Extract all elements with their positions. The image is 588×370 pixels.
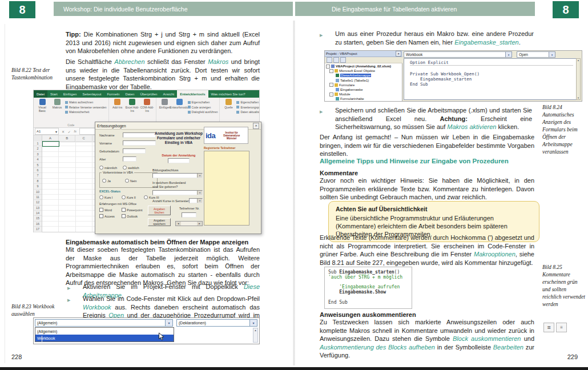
vba-tree-item-diese-arbeitsmappe[interactable]: DieseArbeitsmappe xyxy=(325,73,402,78)
fx-icon[interactable]: fx xyxy=(74,130,76,134)
expander-icon[interactable]: − xyxy=(329,92,333,96)
combo-kurse[interactable]: ▾ xyxy=(189,198,203,203)
view-object-icon[interactable] xyxy=(333,57,339,63)
excel-ribbon-tab[interactable]: Formeln xyxy=(104,90,122,98)
ribbon-button-com-addins[interactable]: COM-Add-Ins xyxy=(140,99,154,123)
vba-tree-item-excel-objekte[interactable]: −Microsoft Excel Objekte xyxy=(325,69,402,73)
ribbon-button-visual-basic[interactable]: Visual Basic xyxy=(35,99,49,123)
row-header[interactable]: 12 xyxy=(34,200,42,205)
excel-ribbon-tab[interactable]: Entwicklertools xyxy=(177,90,208,98)
enter-icon[interactable]: ✓ xyxy=(68,130,71,134)
teilnehmer-scrollbar[interactable]: ◂ ▸ xyxy=(175,221,203,226)
radio-ja[interactable]: Ja xyxy=(102,179,111,183)
excel-ribbon-tab[interactable]: Start xyxy=(47,90,61,98)
scroll-right-icon[interactable]: ▸ xyxy=(197,222,202,226)
row-header[interactable]: 8 xyxy=(34,179,42,184)
ribbon-item-eigenschaften[interactable]: Eigenschaften xyxy=(188,100,218,104)
field-geburtsdatum[interactable] xyxy=(123,148,146,154)
radio-maennlich[interactable]: männlich xyxy=(99,166,117,170)
dropdown-option-workbook[interactable]: Workbook xyxy=(35,335,174,341)
excel-ribbon-tab[interactable]: Einfügen xyxy=(61,90,80,98)
view-code-icon[interactable] xyxy=(327,57,332,63)
row-header[interactable]: 1 xyxy=(34,141,42,146)
ribbon-item-makrosicherheit[interactable]: Makrosicherheit xyxy=(65,110,107,114)
row-header[interactable]: 4 xyxy=(34,157,42,162)
field-teilnehmer[interactable] xyxy=(182,212,196,218)
expander-icon[interactable]: − xyxy=(329,83,333,87)
row-header[interactable]: 5 xyxy=(34,163,42,168)
row-header[interactable]: 16 xyxy=(34,222,42,227)
excel-ribbon-tab[interactable]: Ansicht xyxy=(160,90,177,98)
expander-icon[interactable]: − xyxy=(329,69,333,73)
excel-ribbon-tab[interactable]: Seitenlayout xyxy=(79,90,104,98)
vba-tree-item-formularinhalte[interactable]: Formularinhalte xyxy=(325,96,402,101)
checkbox-outlook[interactable]: Outlook xyxy=(122,214,138,218)
checkbox-powerpoint[interactable]: Powerpoint xyxy=(122,208,143,212)
row-header[interactable]: 15 xyxy=(34,216,42,221)
ribbon-item-eigenschaften-zuordnen[interactable]: Eigenschaften zuordnen xyxy=(236,100,259,104)
ribbon-item-relative-verweise[interactable]: Relative Verweise verwenden xyxy=(65,106,107,109)
teilnehmer-listbox[interactable] xyxy=(204,151,249,226)
scroll-up-icon[interactable]: ▴ xyxy=(578,59,579,62)
ribbon-button-makros[interactable]: Makros xyxy=(50,99,64,123)
row-header[interactable]: 14 xyxy=(34,211,42,216)
radio-kurs1[interactable]: Kurs I xyxy=(99,195,112,199)
close-icon[interactable]: ✕ xyxy=(396,51,401,57)
ribbon-item-dialogfeld[interactable]: Dialogfeld ausführen xyxy=(188,110,218,114)
radio-kurs2[interactable]: Kurs II xyxy=(122,195,136,199)
dropdown-option-allgemein[interactable]: (Allgemein) xyxy=(35,328,174,335)
procedure-dropdown[interactable]: (Deklarationen) ▾ xyxy=(176,319,257,327)
excel-ribbon-tab[interactable]: Datei xyxy=(34,90,47,98)
field-datum[interactable] xyxy=(168,158,190,163)
scroll-up-icon[interactable]: ▴ xyxy=(255,328,256,332)
excel-ribbon-tab[interactable]: Daten xyxy=(122,90,137,98)
vba-tree-item-project[interactable]: −VBAProject (Anmeldung_02.xlsm) xyxy=(325,64,402,69)
excel-name-box[interactable]: A1▾ xyxy=(35,128,59,135)
object-dropdown[interactable]: Workbook ▾ xyxy=(404,51,512,58)
radio-weiblich[interactable]: weiblich xyxy=(123,166,139,170)
row-header[interactable]: 3 xyxy=(34,152,42,157)
close-icon[interactable]: ✕ xyxy=(253,123,259,129)
angaben-speichern-button[interactable]: Angaben speichern xyxy=(148,218,171,226)
expander-icon[interactable]: − xyxy=(326,65,330,69)
active-cell-a1[interactable] xyxy=(42,141,59,147)
excel-ribbon-tab[interactable]: Überprüfen xyxy=(137,90,160,98)
row-header[interactable]: 2 xyxy=(34,146,42,151)
toggle-folders-icon[interactable] xyxy=(340,57,346,63)
row-header[interactable]: 11 xyxy=(34,195,42,200)
combo-bildung[interactable]: ▾ xyxy=(152,173,203,178)
vba-tree-item-tabelle1[interactable]: Tabelle1 (Tabelle1) xyxy=(325,78,402,83)
vertical-scrollbar[interactable]: ▴▾ xyxy=(576,58,581,100)
scroll-left-icon[interactable]: ◂ xyxy=(176,222,181,226)
field-nachname[interactable] xyxy=(123,132,156,138)
ribbon-button-excel-addins[interactable]: Excel Add-Ins xyxy=(126,99,139,123)
ribbon-button-einfuegen[interactable]: Einfügen xyxy=(158,99,172,123)
ribbon-item-daten-aktualisieren[interactable]: Daten aktualisieren xyxy=(236,110,259,114)
vertical-scrollbar[interactable]: ▴ xyxy=(253,328,258,343)
row-header[interactable]: 9 xyxy=(34,184,42,189)
checkbox-access[interactable]: Access xyxy=(99,214,115,218)
excel-ribbon-tab[interactable]: Was möchten Sie tun? xyxy=(208,90,248,98)
row-header[interactable]: 13 xyxy=(34,206,42,211)
combo-bundesland[interactable]: ▾ xyxy=(152,190,203,195)
procedure-dropdown[interactable]: Open ▾ xyxy=(517,51,555,58)
vba-code-editor[interactable]: Option ExplicitPrivate Sub Workbook_Open… xyxy=(404,58,581,100)
angaben-loeschen-button[interactable]: Angaben löschen xyxy=(148,206,171,215)
vba-tree-item-eingabemaske[interactable]: Eingabemaske xyxy=(325,87,402,92)
ribbon-button-quelle[interactable]: Quelle xyxy=(221,99,235,123)
radio-nein[interactable]: Nein xyxy=(125,179,136,183)
field-alter[interactable] xyxy=(123,156,136,162)
ribbon-button-entwurfsmodus[interactable]: Entwurfsmodus xyxy=(173,99,187,123)
row-header[interactable]: 17 xyxy=(34,227,42,232)
scroll-down-icon[interactable]: ▾ xyxy=(578,96,579,99)
row-header[interactable]: 10 xyxy=(34,190,42,195)
ribbon-item-erweiterungspakete[interactable]: Erweiterungspakete xyxy=(236,106,259,109)
object-dropdown[interactable]: (Allgemein) ▾ xyxy=(35,319,173,327)
scroll-track[interactable] xyxy=(181,222,197,226)
ribbon-item-code-anzeigen[interactable]: Code anzeigen xyxy=(188,106,218,109)
vba-tree-item-formulare[interactable]: −Formulare xyxy=(325,83,402,87)
radio-kurs3[interactable]: Kurs III xyxy=(144,195,159,199)
vba-tree-item-module[interactable]: −Module xyxy=(325,92,402,96)
row-header[interactable]: 6 xyxy=(34,168,42,173)
cancel-icon[interactable]: ✕ xyxy=(62,130,65,134)
